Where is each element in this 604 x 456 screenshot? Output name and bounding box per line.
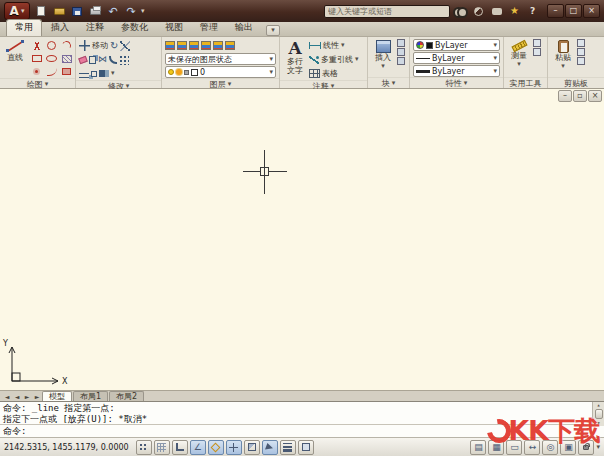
arc-icon[interactable] xyxy=(61,40,72,51)
layout1-tab[interactable]: 布局1 xyxy=(73,391,108,401)
osnap-toggle[interactable] xyxy=(208,440,224,455)
array-icon[interactable] xyxy=(119,55,129,65)
zoom-button[interactable] xyxy=(542,440,558,455)
match-properties-icon[interactable] xyxy=(577,57,585,65)
new-file-button[interactable] xyxy=(33,4,49,19)
redo-button[interactable] xyxy=(123,4,139,19)
help-button[interactable] xyxy=(525,5,540,18)
grid-toggle[interactable] xyxy=(154,440,170,455)
drawing-area[interactable]: – ▫ × Y X xyxy=(0,89,604,390)
erase-icon[interactable] xyxy=(78,55,88,63)
layer-isolate-icon[interactable] xyxy=(189,41,199,50)
line-button[interactable]: 直线 xyxy=(3,39,27,63)
layer-state-dropdown[interactable]: 未保存的图层状态 xyxy=(165,53,276,65)
lineweight-dropdown[interactable]: ByLayer xyxy=(413,65,500,77)
mirror-icon[interactable] xyxy=(98,55,107,64)
layer-lock-icon[interactable] xyxy=(213,41,223,50)
dyn-toggle[interactable] xyxy=(262,440,278,455)
paste-button[interactable]: 粘贴 xyxy=(551,39,575,71)
favorites-button[interactable] xyxy=(507,5,522,18)
close-icon[interactable] xyxy=(583,4,600,18)
snap-toggle[interactable] xyxy=(136,440,152,455)
table-button[interactable]: 表格 xyxy=(309,67,364,80)
otrack-toggle[interactable] xyxy=(226,440,242,455)
polyline-icon[interactable] xyxy=(32,42,42,50)
panel-title-utilities[interactable]: 实用工具 xyxy=(504,77,547,88)
ribbon-tab-view[interactable]: 视图 xyxy=(157,20,191,36)
layer-properties-icon[interactable] xyxy=(165,41,175,50)
ribbon-tab-output[interactable]: 输出 xyxy=(227,20,261,36)
create-block-icon[interactable] xyxy=(397,39,405,47)
model-space-button[interactable] xyxy=(470,440,486,455)
stretch-icon[interactable] xyxy=(99,70,109,77)
chevron-down-icon[interactable] xyxy=(111,70,115,77)
hatch-icon[interactable] xyxy=(62,55,72,63)
chevron-down-icon[interactable] xyxy=(141,8,145,15)
linear-dimension-button[interactable]: 线性 xyxy=(309,39,364,52)
quick-view-layouts-button[interactable] xyxy=(488,440,504,455)
layer-freeze-icon[interactable] xyxy=(201,41,211,50)
rectangle-icon[interactable] xyxy=(32,55,42,62)
pan-button[interactable] xyxy=(524,440,540,455)
undo-button[interactable] xyxy=(105,4,121,19)
layer-match-icon[interactable] xyxy=(225,41,235,50)
point-icon[interactable] xyxy=(35,70,38,73)
move-button[interactable]: 移动 xyxy=(79,39,130,52)
ribbon-minimize-button[interactable] xyxy=(266,25,280,36)
circle-icon[interactable] xyxy=(47,41,56,50)
communication-center-button[interactable] xyxy=(489,5,504,18)
polar-toggle[interactable] xyxy=(190,440,206,455)
ribbon-tab-home[interactable]: 常用 xyxy=(6,19,42,36)
model-tab[interactable]: 模型 xyxy=(42,391,72,401)
layer-dropdown[interactable]: 0 xyxy=(165,66,276,78)
spline-icon[interactable] xyxy=(47,68,57,76)
measure-button[interactable]: 测量 xyxy=(507,39,531,69)
command-input[interactable]: 命令: xyxy=(0,425,604,437)
plot-button[interactable] xyxy=(87,4,103,19)
copy-icon[interactable] xyxy=(89,56,96,64)
quick-view-drawings-button[interactable] xyxy=(506,440,522,455)
panel-title-properties[interactable]: 特性 xyxy=(410,77,503,88)
offset-icon[interactable] xyxy=(79,70,89,78)
mtext-button[interactable]: A 多行 文字 xyxy=(283,39,307,77)
layer-off-icon[interactable] xyxy=(177,41,187,50)
layout2-tab[interactable]: 布局2 xyxy=(109,391,144,401)
first-tab-arrow-icon[interactable] xyxy=(2,392,12,401)
panel-title-clipboard[interactable]: 剪贴板 xyxy=(548,77,604,88)
command-scrollbar[interactable] xyxy=(592,402,604,426)
toolbar-lock-button[interactable] xyxy=(578,440,594,455)
panel-title-layers[interactable]: 图层 xyxy=(162,78,279,89)
quick-calc-icon[interactable] xyxy=(533,48,541,56)
lwt-toggle[interactable] xyxy=(280,440,296,455)
last-tab-arrow-icon[interactable] xyxy=(32,392,42,401)
scrollbar-thumb[interactable] xyxy=(595,409,603,419)
region-icon[interactable] xyxy=(62,68,71,75)
status-menu-chevron-icon[interactable] xyxy=(596,444,600,451)
doc-close-icon[interactable]: × xyxy=(588,90,602,102)
scroll-down-icon[interactable] xyxy=(597,420,601,426)
search-button[interactable] xyxy=(453,5,468,18)
workspace-button[interactable] xyxy=(560,440,576,455)
cut-icon[interactable] xyxy=(577,48,585,56)
scale-icon[interactable] xyxy=(91,71,97,77)
panel-title-draw[interactable]: 绘图 xyxy=(0,78,75,89)
scroll-up-icon[interactable] xyxy=(597,402,601,408)
application-menu-button[interactable]: A xyxy=(4,2,30,20)
ribbon-tab-annotate[interactable]: 注释 xyxy=(78,20,112,36)
fillet-icon[interactable] xyxy=(109,56,117,64)
doc-restore-icon[interactable]: ▫ xyxy=(573,90,587,102)
ellipse-icon[interactable] xyxy=(46,55,57,62)
qp-toggle[interactable] xyxy=(298,440,314,455)
open-file-button[interactable] xyxy=(51,4,67,19)
ducs-toggle[interactable] xyxy=(244,440,260,455)
object-color-dropdown[interactable]: ByLayer xyxy=(413,39,500,51)
subscription-button[interactable] xyxy=(471,5,486,18)
ortho-toggle[interactable] xyxy=(172,440,188,455)
rotate-icon[interactable] xyxy=(110,41,118,51)
next-tab-arrow-icon[interactable] xyxy=(22,392,32,401)
ribbon-tab-parametric[interactable]: 参数化 xyxy=(113,20,156,36)
search-input[interactable] xyxy=(324,5,450,18)
panel-title-block[interactable]: 块 xyxy=(368,77,409,88)
insert-block-button[interactable]: 插入 xyxy=(371,39,395,71)
trim-icon[interactable] xyxy=(120,41,130,51)
